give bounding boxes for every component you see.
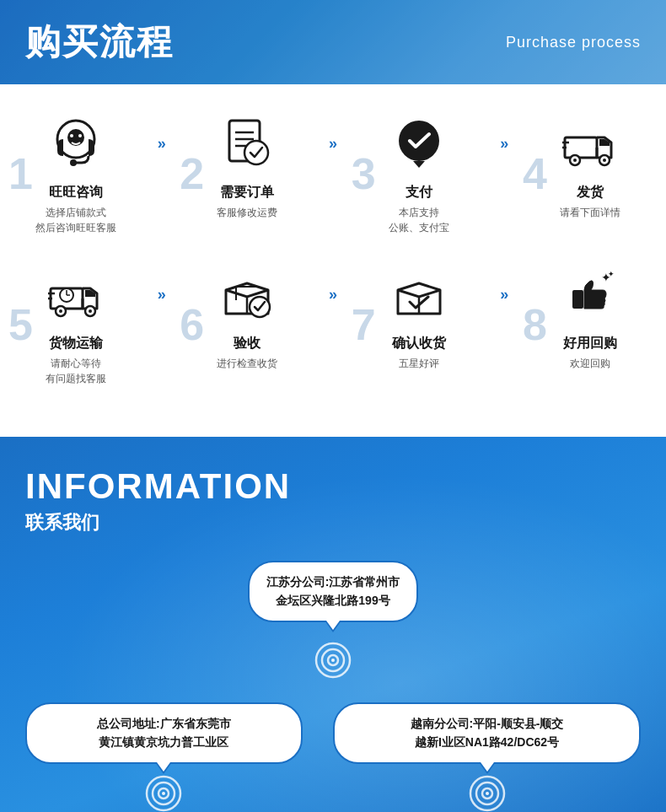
step-1: 1 旺旺咨询 选择店铺款式然后咨询旺旺客服 xyxy=(17,110,135,235)
arrow-7-8: » xyxy=(500,261,508,304)
svg-rect-11 xyxy=(565,137,597,158)
step-4-desc: 请看下面详情 xyxy=(560,205,620,220)
svg-point-9 xyxy=(244,141,268,164)
step-4-title: 发货 xyxy=(560,184,620,202)
svg-point-15 xyxy=(603,159,606,162)
info-title-en: INFORMATION xyxy=(25,466,641,507)
step-7-desc: 五星好评 xyxy=(392,356,446,371)
svg-text:✦: ✦ xyxy=(608,270,615,278)
step-2-number: 2 xyxy=(180,152,204,196)
step-5-content: 货物运输 请耐心等待有问题找客服 xyxy=(46,335,106,386)
header-section: 购买流程 Purchase process xyxy=(0,0,666,84)
step-8-number: 8 xyxy=(523,303,547,347)
svg-point-22 xyxy=(89,309,92,313)
step-7-content: 确认收货 五星好评 xyxy=(392,335,446,371)
step-4: 4 xyxy=(531,110,649,220)
step-4-icon xyxy=(556,110,624,177)
bubble-container: 江苏分公司:江苏省常州市金坛区兴隆北路199号 总公司地址:广东省东莞市黄江镇黄… xyxy=(25,561,641,812)
step-7-title: 确认收货 xyxy=(392,335,446,352)
step-6: 6 验收 进行检查收货 xyxy=(188,261,306,371)
step-3-desc: 本店支持公账、支付宝 xyxy=(389,205,449,235)
step-8: 8 ✦ ✦ 好用回购 欢迎回购 xyxy=(531,261,649,371)
step-1-desc: 选择店铺款式然后咨询旺旺客服 xyxy=(35,205,116,235)
svg-point-45 xyxy=(486,792,489,795)
bubble-vietnam: 越南分公司:平阳-顺安县-顺交越新I业区NA1路42/DC62号 xyxy=(333,702,641,764)
steps-row-2: 5 xyxy=(17,261,649,386)
step-2-icon xyxy=(213,110,281,177)
svg-point-2 xyxy=(70,159,77,166)
info-title-cn: 联系我们 xyxy=(25,510,641,535)
steps-row-1: 1 旺旺咨询 选择店铺款式然后咨询旺旺客服 xyxy=(17,110,649,235)
step-8-icon: ✦ ✦ xyxy=(556,261,624,328)
step-7-icon xyxy=(385,261,453,328)
step-3-title: 支付 xyxy=(389,184,449,202)
step-1-title: 旺旺咨询 xyxy=(35,184,116,202)
svg-point-37 xyxy=(331,659,335,662)
step-6-title: 验收 xyxy=(217,335,277,352)
target-icon-center xyxy=(312,639,354,681)
step-2-content: 需要订单 客服修改运费 xyxy=(217,184,277,220)
arrow-3-4: » xyxy=(500,110,508,153)
step-8-desc: 欢迎回购 xyxy=(563,356,617,371)
step-2-title: 需要订单 xyxy=(217,184,277,202)
step-6-number: 6 xyxy=(180,303,204,347)
svg-rect-31 xyxy=(572,290,583,309)
step-8-title: 好用回购 xyxy=(563,335,617,352)
step-5-title: 货物运输 xyxy=(46,335,106,352)
step-3-number: 3 xyxy=(352,152,376,196)
step-1-icon xyxy=(42,110,110,177)
header-title-cn: 购买流程 xyxy=(25,19,174,66)
arrow-5-6: » xyxy=(158,261,166,304)
step-2: 2 需要订单 客服修改运费 xyxy=(188,110,306,220)
info-section: INFORMATION 联系我们 江苏分公司:江苏省常州市金坛区兴隆北路199号 xyxy=(0,437,666,812)
arrow-2-3: » xyxy=(329,110,337,153)
step-5-number: 5 xyxy=(8,303,33,347)
svg-point-10 xyxy=(399,121,439,161)
svg-point-20 xyxy=(59,309,62,313)
step-1-number: 1 xyxy=(8,152,33,196)
step-3-icon xyxy=(385,110,453,177)
arrow-6-7: » xyxy=(329,261,337,304)
step-1-content: 旺旺咨询 选择店铺款式然后咨询旺旺客服 xyxy=(35,184,116,235)
step-7-number: 7 xyxy=(352,303,376,347)
step-5: 5 xyxy=(17,261,135,386)
bubble-guangdong: 总公司地址:广东省东莞市黄江镇黄京坑力普工业区 xyxy=(25,702,303,764)
step-5-desc: 请耐心等待有问题找客服 xyxy=(46,356,106,386)
svg-point-3 xyxy=(70,134,73,137)
step-4-number: 4 xyxy=(523,152,547,196)
target-icon-right xyxy=(466,772,508,812)
step-6-desc: 进行检查收货 xyxy=(217,356,277,371)
header-title-en: Purchase process xyxy=(506,34,641,51)
step-6-icon xyxy=(213,261,281,328)
steps-section: 1 旺旺咨询 选择店铺款式然后咨询旺旺客服 xyxy=(0,84,666,437)
step-7: 7 确认收货 五星好评 xyxy=(360,261,478,371)
bubble-bottom-row: 总公司地址:广东省东莞市黄江镇黄京坑力普工业区 越南分公司:平阳-顺安县-顺交越… xyxy=(25,702,641,812)
bubble-top-row: 江苏分公司:江苏省常州市金坛区兴隆北路199号 xyxy=(248,561,419,622)
step-3-content: 支付 本店支持公账、支付宝 xyxy=(389,184,449,235)
target-icon-left xyxy=(142,772,185,812)
bubble-jiangsu: 江苏分公司:江苏省常州市金坛区兴隆北路199号 xyxy=(248,561,419,622)
step-5-icon xyxy=(42,261,110,328)
step-3: 3 支付 本店支持公账、支付宝 xyxy=(360,110,478,235)
svg-point-4 xyxy=(78,134,82,137)
step-4-content: 发货 请看下面详情 xyxy=(560,184,620,220)
arrow-1-2: » xyxy=(158,110,166,153)
step-6-content: 验收 进行检查收货 xyxy=(217,335,277,371)
svg-point-13 xyxy=(573,159,577,162)
step-8-content: 好用回购 欢迎回购 xyxy=(563,335,617,371)
svg-point-41 xyxy=(162,792,165,795)
step-2-desc: 客服修改运费 xyxy=(217,205,277,220)
